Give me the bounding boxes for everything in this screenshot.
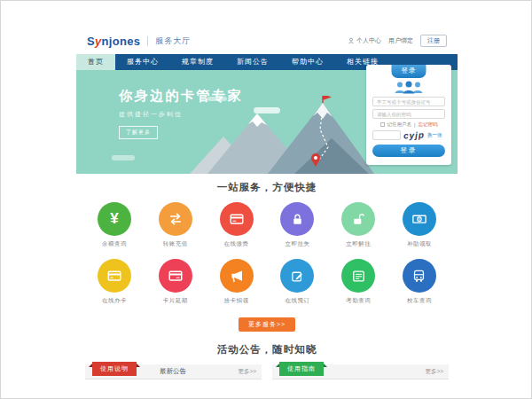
list-icon bbox=[341, 259, 375, 293]
logo-accent: y bbox=[95, 35, 102, 48]
user-binding-label: 用户绑定 bbox=[388, 36, 413, 45]
services-row-2: 在线办卡 卡片延期 拾卡招领 在线预订 bbox=[76, 259, 458, 305]
nav-item-service-center[interactable]: 服务中心 bbox=[115, 54, 170, 70]
service-lost-card-claim[interactable]: 拾卡招领 bbox=[211, 259, 262, 305]
announcements-section-title: 活动公告，随时知晓 bbox=[76, 343, 458, 356]
service-card-extension[interactable]: 卡片延期 bbox=[150, 259, 201, 305]
forgot-password-link[interactable]: 忘记密码 bbox=[418, 121, 437, 128]
register-button[interactable]: 注册 bbox=[420, 35, 447, 47]
card-renew-icon bbox=[159, 259, 192, 293]
logo-prefix: S bbox=[87, 35, 95, 48]
logo[interactable]: Synjones bbox=[87, 35, 140, 48]
login-panel: 登录 记住用户名 | 忘记密码 bbox=[366, 65, 451, 165]
nav-item-regulations[interactable]: 规章制度 bbox=[170, 54, 225, 70]
user-binding-link[interactable]: 用户绑定 bbox=[388, 36, 413, 45]
logo-suffix: njones bbox=[102, 35, 141, 48]
service-transfer-recharge[interactable]: 转账充值 bbox=[150, 202, 201, 248]
personal-center-label: 个人中心 bbox=[356, 36, 381, 45]
site-header: Synjones 服务大厅 个人中心 用户绑定 注册 bbox=[76, 27, 458, 54]
service-online-card-apply[interactable]: 在线办卡 bbox=[89, 259, 140, 305]
announcements-right-header: 使用指南 更多>> bbox=[272, 364, 449, 379]
header-right: 个人中心 用户绑定 注册 bbox=[348, 35, 447, 47]
lock-icon bbox=[280, 202, 314, 236]
announcements-columns: 使用说明 最新公告 更多>> 使用指南 更多>> bbox=[76, 364, 458, 379]
login-submit-button[interactable]: 登录 bbox=[372, 145, 445, 157]
captcha-input[interactable] bbox=[372, 130, 401, 140]
login-options-row: 记住用户名 | 忘记密码 bbox=[366, 121, 451, 128]
yen-icon: ¥ bbox=[98, 202, 131, 236]
service-school-bus-inquiry[interactable]: 校车查询 bbox=[394, 259, 445, 305]
service-online-booking[interactable]: 在线预订 bbox=[271, 259, 323, 305]
tab-latest-announcements[interactable]: 最新公告 bbox=[160, 367, 186, 376]
hero-banner: 你身边的卡管专家 提供捷径一步到位 了解更多 bbox=[76, 70, 458, 174]
transfer-arrows-icon bbox=[159, 202, 192, 236]
login-tab[interactable]: 登录 bbox=[392, 65, 426, 78]
service-attendance-inquiry[interactable]: 考勤查询 bbox=[332, 259, 384, 305]
services-section-title: 一站服务，方便快捷 bbox=[76, 181, 458, 194]
announcements-left-header: 使用说明 最新公告 更多>> bbox=[85, 364, 262, 379]
remember-checkbox[interactable] bbox=[380, 122, 385, 127]
screenshot-frame: Synjones 服务大厅 个人中心 用户绑定 注册 首页 服务中心 规章制度 … bbox=[0, 0, 532, 399]
banner-subtitle: 提供捷径一步到位 bbox=[119, 110, 243, 119]
users-icon bbox=[366, 81, 451, 94]
bus-icon bbox=[403, 259, 436, 293]
banner-title: 你身边的卡管专家 bbox=[119, 88, 243, 105]
options-divider: | bbox=[414, 122, 415, 128]
nav-item-home[interactable]: 首页 bbox=[76, 54, 115, 70]
banknote-icon bbox=[403, 202, 436, 236]
more-services-wrap: 更多服务>> bbox=[76, 314, 458, 332]
captcha-row: cyjp 换一张 bbox=[372, 130, 451, 140]
nav-item-news[interactable]: 新闻公告 bbox=[225, 54, 280, 70]
megaphone-icon bbox=[220, 259, 254, 293]
personal-center-link[interactable]: 个人中心 bbox=[348, 36, 381, 45]
nav-item-help-center[interactable]: 帮助中心 bbox=[280, 54, 335, 70]
announcements-right-column: 使用指南 更多>> bbox=[272, 364, 449, 379]
edit-icon bbox=[280, 259, 314, 293]
remember-label: 记住用户名 bbox=[387, 121, 412, 128]
username-input[interactable] bbox=[372, 97, 445, 106]
tab-user-guide[interactable]: 使用指南 bbox=[279, 362, 324, 376]
person-icon bbox=[348, 37, 355, 44]
service-online-payment[interactable]: 在线缴费 bbox=[211, 202, 262, 248]
page-container: Synjones 服务大厅 个人中心 用户绑定 注册 首页 服务中心 规章制度 … bbox=[76, 27, 458, 379]
services-row-1: ¥ 余额查询 转账充值 在线缴费 立即挂失 bbox=[76, 202, 458, 248]
captcha-image: cyjp bbox=[403, 129, 426, 140]
credit-card-icon bbox=[220, 202, 254, 236]
tab-usage-instructions[interactable]: 使用说明 bbox=[92, 362, 137, 376]
left-more-link[interactable]: 更多>> bbox=[238, 368, 256, 376]
unlock-icon bbox=[341, 202, 375, 236]
announcements-left-column: 使用说明 最新公告 更多>> bbox=[85, 364, 262, 379]
card-apply-icon bbox=[98, 259, 131, 293]
banner-text: 你身边的卡管专家 提供捷径一步到位 了解更多 bbox=[119, 88, 243, 139]
service-subsidy-collect[interactable]: 补助领取 bbox=[394, 202, 445, 248]
service-balance-inquiry[interactable]: ¥ 余额查询 bbox=[89, 202, 140, 248]
right-more-link[interactable]: 更多>> bbox=[425, 368, 443, 376]
header-divider bbox=[147, 36, 148, 46]
captcha-refresh-link[interactable]: 换一张 bbox=[427, 132, 442, 138]
cloud-decoration bbox=[112, 155, 135, 160]
service-report-loss[interactable]: 立即挂失 bbox=[271, 202, 323, 248]
password-input[interactable] bbox=[372, 109, 445, 119]
service-unfreeze-card[interactable]: 立即解挂 bbox=[332, 202, 384, 248]
site-name: 服务大厅 bbox=[155, 35, 191, 47]
more-services-button[interactable]: 更多服务>> bbox=[239, 317, 295, 332]
banner-cta-button[interactable]: 了解更多 bbox=[119, 126, 158, 139]
